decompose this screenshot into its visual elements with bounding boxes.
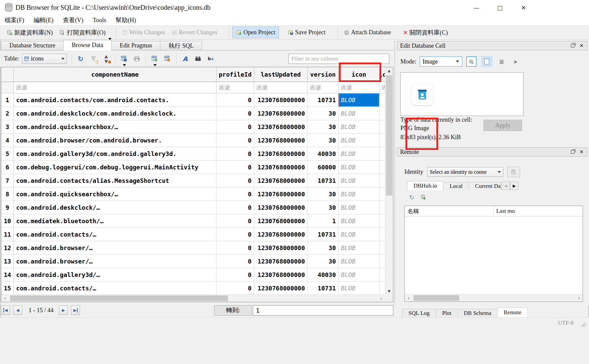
cell-profileId[interactable]: 0	[217, 174, 254, 188]
cell-profileId[interactable]: 0	[217, 107, 254, 120]
menu-file[interactable]: 檔案(F)	[0, 15, 29, 25]
cell-num[interactable]: 4	[1, 134, 14, 147]
cell-version[interactable]: 30	[308, 201, 339, 214]
cell-partial[interactable]	[380, 188, 385, 201]
dock-tab-remote[interactable]: Remote	[497, 308, 528, 317]
cell-componentName[interactable]: com.android.quicksearchbox/…	[14, 188, 217, 201]
cell-icon[interactable]: BLOB	[339, 161, 380, 174]
cell-lastUpdated[interactable]: 1230768000000	[254, 188, 308, 201]
cell-profileId[interactable]: 0	[217, 161, 254, 174]
cell-profileId[interactable]: 0	[217, 282, 254, 294]
previous-record-button[interactable]: ◀	[13, 306, 22, 315]
word-wrap-button[interactable]: ≣	[497, 56, 507, 67]
tab-database-structure[interactable]: Database Structure	[1, 41, 64, 50]
save-results-button[interactable]	[120, 54, 128, 63]
cell-componentName[interactable]: com.android.contacts/…	[14, 228, 217, 241]
cell-version[interactable]: 40030	[308, 147, 339, 161]
more-tools-button[interactable]: »	[510, 56, 520, 67]
cell-profileId[interactable]: 0	[217, 93, 254, 107]
cell-num[interactable]: 1	[1, 93, 14, 107]
cell-componentName[interactable]: com.debug.loggerui/com.debug.loggerui.Ma…	[14, 161, 217, 174]
cell-partial[interactable]	[380, 214, 385, 228]
last-record-button[interactable]: ▶	[71, 306, 80, 315]
dock-tab-db-schema[interactable]: DB Schema	[458, 309, 498, 317]
filter-input-componentName[interactable]: 過濾	[14, 82, 217, 93]
cell-partial[interactable]	[380, 107, 385, 120]
scroll-right-arrow[interactable]: ›	[378, 295, 385, 302]
cell-partial[interactable]	[380, 147, 385, 161]
cell-profileId[interactable]: 0	[217, 134, 254, 147]
cell-icon[interactable]: BLOB	[339, 107, 380, 120]
dock-tab-sql-log[interactable]: SQL Log	[402, 309, 436, 317]
cell-num[interactable]: 12	[1, 241, 14, 255]
find-button[interactable]	[194, 54, 202, 63]
cell-partial[interactable]	[380, 282, 385, 294]
cell-partial[interactable]	[380, 201, 385, 214]
replace-button[interactable]: ba	[206, 54, 215, 63]
cell-lastUpdated[interactable]: 1230768000000	[254, 282, 308, 294]
cell-lastUpdated[interactable]: 1230768000000	[254, 241, 308, 255]
horizontal-scroll-thumb[interactable]	[10, 295, 228, 301]
cell-componentName[interactable]: com.android.gallery3d/…	[14, 268, 217, 282]
cell-num[interactable]: 9	[1, 201, 14, 214]
cell-num[interactable]: 15	[1, 282, 14, 294]
horizontal-scrollbar[interactable]: ‹ ›	[1, 294, 385, 302]
insert-record-caret[interactable]	[153, 64, 157, 66]
cell-lastUpdated[interactable]: 1230768000000	[254, 214, 308, 228]
cell-profileId[interactable]: 0	[217, 241, 254, 255]
filter-input-lastUpdated[interactable]: 過濾	[254, 82, 308, 93]
identity-settings-button[interactable]	[507, 167, 520, 177]
cell-partial[interactable]	[380, 93, 385, 107]
cell-profileId[interactable]: 0	[217, 268, 254, 282]
dock-tab-plot[interactable]: Plot	[436, 309, 458, 317]
cell-version[interactable]: 30	[308, 107, 339, 120]
cell-lastUpdated[interactable]: 1230768000000	[254, 174, 308, 188]
remote-refresh-button[interactable]: ↻	[409, 194, 415, 201]
remote-list-column-last-modified[interactable]: Last mo	[494, 206, 583, 216]
panel-close-icon[interactable]: ✕	[579, 43, 584, 49]
vertical-scroll-thumb[interactable]	[386, 75, 392, 196]
cell-num[interactable]: 8	[1, 188, 14, 201]
cell-num[interactable]: 13	[1, 255, 14, 268]
vertical-scrollbar[interactable]: ▲ ▼	[385, 67, 393, 294]
goto-record-input[interactable]	[253, 305, 393, 316]
open-database-button[interactable]: 打開資料庫(O)	[56, 27, 109, 39]
cell-icon[interactable]: BLOB	[339, 174, 380, 188]
cell-profileId[interactable]: 0	[217, 147, 254, 161]
cell-lastUpdated[interactable]: 1230768000000	[254, 268, 308, 282]
cell-version[interactable]: 10731	[308, 174, 339, 188]
cell-icon[interactable]: BLOB	[339, 214, 380, 228]
cell-profileId[interactable]: 0	[217, 228, 254, 241]
cell-partial[interactable]	[380, 134, 385, 147]
remote-tab-current-database[interactable]: Current Dat	[469, 182, 501, 190]
minimize-button[interactable]: —	[465, 0, 488, 15]
identity-selector[interactable]: Select an identity to conne	[427, 167, 503, 177]
cell-componentName[interactable]: com.android.browser/…	[14, 255, 217, 268]
cell-partial[interactable]	[380, 174, 385, 188]
apply-button[interactable]: Apply	[483, 120, 522, 131]
cell-partial[interactable]	[380, 161, 385, 174]
scroll-up-arrow[interactable]: ▲	[385, 67, 393, 74]
remote-scroll-thumb[interactable]	[414, 295, 459, 301]
revert-changes-button[interactable]: Revert Changes	[168, 27, 221, 38]
tab-scroll-left-button[interactable]: ◀	[502, 181, 510, 190]
panel-close-icon[interactable]: ✕	[579, 149, 584, 155]
cell-version[interactable]: 30	[308, 255, 339, 268]
filter-input-version[interactable]: 過濾	[308, 82, 339, 93]
import-data-button[interactable]	[466, 56, 476, 67]
sort-button[interactable]: ▲▼	[102, 54, 111, 63]
remote-list-column-name[interactable]: 名稱	[405, 206, 494, 216]
cell-num[interactable]: 10	[1, 214, 14, 228]
cell-icon[interactable]: BLOB	[339, 188, 380, 201]
cell-profileId[interactable]: 0	[217, 214, 254, 228]
save-project-button[interactable]: Save Project	[284, 27, 329, 38]
cell-num[interactable]: 2	[1, 107, 14, 120]
cell-componentName[interactable]: com.android.gallery3d/com.android.galler…	[14, 147, 217, 161]
cell-icon[interactable]: BLOB	[339, 282, 380, 294]
tab-browse-data[interactable]: Browse Data	[63, 40, 111, 50]
cell-icon[interactable]: BLOB	[339, 241, 380, 255]
column-header-version[interactable]: version	[308, 67, 339, 82]
remote-upload-button[interactable]	[421, 194, 426, 201]
resize-grip[interactable]	[581, 322, 586, 327]
write-changes-button[interactable]: Write Changes	[119, 27, 168, 38]
